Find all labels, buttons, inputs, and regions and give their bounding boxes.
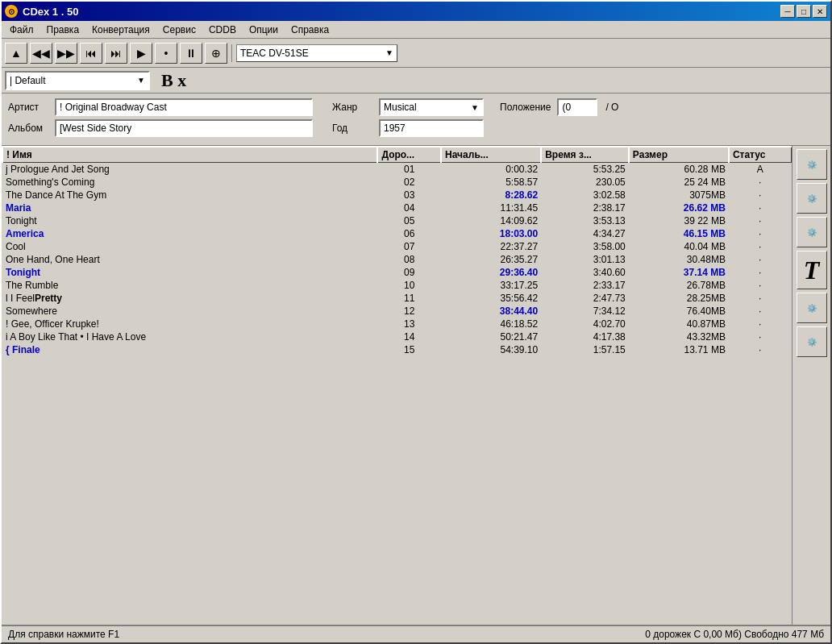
header-name[interactable]: ! Имя <box>2 147 377 163</box>
track-duration: 7:34.12 <box>541 305 629 318</box>
header-start[interactable]: Началь... <box>441 147 541 163</box>
track-duration: 2:38.17 <box>541 202 629 214</box>
maximize-button[interactable]: □ <box>797 5 811 18</box>
dot-button[interactable]: • <box>155 43 177 64</box>
track-start: 46:18.52 <box>441 318 541 330</box>
side-gear-btn-1[interactable]: ⚙️ <box>797 149 827 180</box>
track-start: 33:17.25 <box>441 279 541 292</box>
track-name: j Prologue And Jet Song <box>2 163 377 177</box>
table-row[interactable]: Something's Coming 02 5:58.57 230.05 25 … <box>2 176 792 189</box>
menu-help[interactable]: Справка <box>286 23 334 37</box>
pause-button[interactable]: ⏸ <box>180 43 202 64</box>
table-row[interactable]: Cool 07 22:37.27 3:58.00 40.04 MB · <box>2 240 792 253</box>
minimize-button[interactable]: ─ <box>780 5 795 18</box>
table-row[interactable]: { Finale 15 54:39.10 1:57.15 13.71 MB · <box>2 343 792 356</box>
menu-cddb[interactable]: CDDB <box>204 23 241 37</box>
table-row[interactable]: l I FeelPretty 11 35:56.42 2:47.73 28.25… <box>2 292 792 305</box>
menu-bar: Файл Правка Конвертация Сервис CDDB Опци… <box>2 21 830 39</box>
menu-service[interactable]: Сервис <box>158 23 201 37</box>
side-gear-btn-3[interactable]: ⚙️ <box>797 217 827 247</box>
track-duration: 3:02.58 <box>541 189 629 202</box>
track-name: ! Gee, Officer Krupke! <box>2 318 377 330</box>
track-name: l I FeelPretty <box>2 292 377 305</box>
table-row[interactable]: America 06 18:03.00 4:34.27 46.15 MB · <box>2 227 792 240</box>
track-table-container[interactable]: ! Имя Доро... Началь... Время з... Разме… <box>2 146 792 625</box>
table-row[interactable]: Tonight 05 14:09.62 3:53.13 39 22 MB · <box>2 214 792 227</box>
gear2-icon: ⚙️ <box>807 194 817 203</box>
track-duration: 2:33.17 <box>541 279 629 292</box>
track-number: 13 <box>377 318 441 330</box>
table-header-row: ! Имя Доро... Началь... Время з... Разме… <box>2 147 792 163</box>
track-status: · <box>729 305 792 318</box>
header-status[interactable]: Статус <box>729 147 792 163</box>
menu-convert[interactable]: Конвертация <box>87 23 155 37</box>
track-size: 37.14 MB <box>629 266 729 279</box>
track-start: 22:37.27 <box>441 240 541 253</box>
header-size[interactable]: Размер <box>629 147 729 163</box>
header-duration[interactable]: Время з... <box>541 147 629 163</box>
menu-edit[interactable]: Правка <box>42 23 85 37</box>
close-button[interactable]: ✕ <box>813 5 827 18</box>
track-name: Tonight <box>2 266 377 279</box>
gear3-icon: ⚙️ <box>807 228 817 237</box>
track-name: { Finale <box>2 343 377 356</box>
track-status: A <box>729 163 792 177</box>
artist-row: Артист ! Original Broadway Cast Жанр Mus… <box>8 98 824 116</box>
side-t-button[interactable]: T <box>797 251 827 289</box>
gear1-icon: ⚙️ <box>807 160 817 169</box>
track-status: · <box>729 330 792 343</box>
track-status: · <box>729 240 792 253</box>
menu-options[interactable]: Опции <box>244 23 283 37</box>
track-start: 14:09.62 <box>441 214 541 227</box>
side-gear-btn-2[interactable]: ⚙️ <box>797 183 827 214</box>
track-number: 05 <box>377 214 441 227</box>
track-start: 0:00.32 <box>441 163 541 177</box>
position-field[interactable]: (0 <box>557 98 597 116</box>
track-duration: 3:53.13 <box>541 214 629 227</box>
track-list-area: ! Имя Доро... Началь... Время з... Разме… <box>2 146 792 625</box>
table-row[interactable]: The Rumble 10 33:17.25 2:33.17 26.78MB · <box>2 279 792 292</box>
album-field[interactable]: [West Side Story <box>55 119 313 137</box>
skip-back-button[interactable]: ⏮ <box>80 43 102 64</box>
side-gear-btn-5[interactable]: ⚙️ <box>797 326 827 357</box>
side-gear-btn-4[interactable]: ⚙️ <box>797 293 827 323</box>
track-status: · <box>729 343 792 356</box>
profile-label: | Default <box>10 75 45 86</box>
toolbar: ▲ ◀◀ ▶▶ ⏮ ⏭ ▶ • ⏸ ⊕ TEAC DV-51SE ▼ <box>2 39 830 68</box>
device-dropdown-arrow: ▼ <box>385 48 393 57</box>
table-row[interactable]: Maria 04 11:31.45 2:38.17 26.62 MB · <box>2 202 792 214</box>
track-status: · <box>729 292 792 305</box>
table-row[interactable]: Tonight 09 29:36.40 3:40.60 37.14 MB · <box>2 266 792 279</box>
device-dropdown[interactable]: TEAC DV-51SE ▼ <box>236 44 397 62</box>
table-row[interactable]: ! Gee, Officer Krupke! 13 46:18.52 4:02.… <box>2 318 792 330</box>
profile-dropdown-arrow: ▼ <box>137 76 145 85</box>
year-field[interactable]: 1957 <box>379 119 484 137</box>
track-start: 8:28.62 <box>441 189 541 202</box>
skip-forward-button[interactable]: ⏭ <box>105 43 127 64</box>
eject-button[interactable]: ▲ <box>5 43 27 64</box>
track-duration: 3:58.00 <box>541 240 629 253</box>
play-button[interactable]: ▶ <box>130 43 152 64</box>
track-size: 28.25MB <box>629 292 729 305</box>
fast-forward-button[interactable]: ▶▶ <box>55 43 77 64</box>
header-track[interactable]: Доро... <box>377 147 441 163</box>
genre-dropdown[interactable]: Musical ▼ <box>379 98 484 116</box>
table-row[interactable]: i A Boy Like That • I Have A Love 14 50:… <box>2 330 792 343</box>
table-row[interactable]: Somewhere 12 38:44.40 7:34.12 76.40MB · <box>2 305 792 318</box>
track-number: 10 <box>377 279 441 292</box>
title-bar: ⊙ CDex 1 . 50 ─ □ ✕ <box>2 2 830 21</box>
table-row[interactable]: j Prologue And Jet Song 01 0:00.32 5:53.… <box>2 163 792 177</box>
rewind-button[interactable]: ◀◀ <box>30 43 52 64</box>
profile-dropdown[interactable]: | Default ▼ <box>5 71 150 90</box>
track-start: 35:56.42 <box>441 292 541 305</box>
menu-file[interactable]: Файл <box>5 23 39 37</box>
track-duration: 230.05 <box>541 176 629 189</box>
track-number: 12 <box>377 305 441 318</box>
genre-dropdown-arrow: ▼ <box>471 103 479 112</box>
artist-field[interactable]: ! Original Broadway Cast <box>55 98 313 116</box>
track-size: 30.48MB <box>629 253 729 266</box>
table-row[interactable]: The Dance At The Gym 03 8:28.62 3:02.58 … <box>2 189 792 202</box>
table-row[interactable]: One Hand, One Heart 08 26:35.27 3:01.13 … <box>2 253 792 266</box>
record-button[interactable]: ⊕ <box>205 43 227 64</box>
status-info: 0 дорожек С 0,00 Мб) Свободно 477 Мб <box>645 629 824 640</box>
